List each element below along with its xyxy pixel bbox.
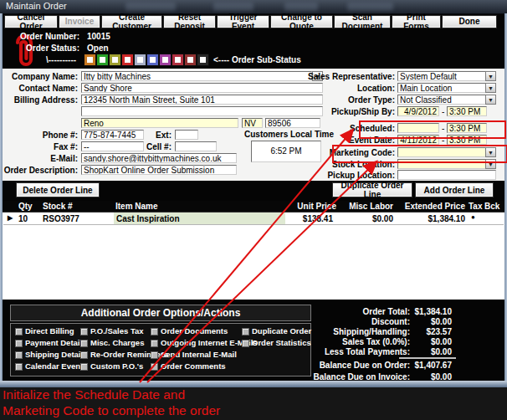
option-label[interactable]: Direct Billing (25, 326, 74, 335)
option-label[interactable]: Order Comments (161, 361, 226, 371)
option-label[interactable]: P.O./Sales Tax (90, 326, 144, 335)
checkbox-misc-charges[interactable] (80, 340, 88, 347)
scan-document-button[interactable]: Scan Document (335, 16, 390, 28)
cell-misc-labor[interactable]: $0.00 (341, 214, 393, 223)
checkbox-payment-details[interactable] (15, 340, 23, 347)
less-total-payments-value: $0.00 (414, 347, 452, 356)
trigger-event-button[interactable]: Trigger Event (218, 16, 269, 28)
checkbox-order-statistics[interactable] (242, 340, 249, 347)
annotation-line2: Marketing Code to complete the order (3, 403, 220, 418)
checkbox-send-internal-email[interactable] (151, 351, 158, 359)
order-info-panel: Order Number: 10015 Order Status: Open \… (3, 28, 504, 69)
checkbox-custom-pos[interactable] (80, 363, 88, 371)
order-type-select[interactable]: Not Classified (397, 95, 496, 105)
marketing-code-highlight-box (332, 145, 507, 163)
checkbox-direct-billing[interactable] (15, 328, 23, 335)
pickup-date-input[interactable]: 4/9/2012 (397, 106, 439, 116)
pickup-time-input[interactable]: 3:30 PM (447, 106, 487, 116)
sales-rep-dropdown-arrow-icon[interactable]: ▼ (485, 71, 496, 81)
cell-item-name[interactable]: Cast Inspiration (116, 214, 180, 223)
shipping-handling-value: $23.57 (414, 327, 452, 336)
billing-address-label: Billing Address: (0, 95, 78, 105)
cell-extended-price[interactable]: $1,384.10 (402, 214, 465, 223)
create-customer-button[interactable]: Create Customer (102, 16, 161, 28)
reset-deposit-button[interactable]: Reset Deposit (164, 16, 215, 28)
substatus-swatch[interactable] (185, 54, 196, 65)
order-status-value: Open (87, 44, 109, 53)
substatus-swatch[interactable] (110, 54, 120, 65)
substatus-swatch[interactable] (97, 54, 108, 65)
checkbox-reorder-reminders[interactable] (80, 351, 88, 359)
checkbox-outgoing-emails[interactable] (151, 340, 158, 347)
checkbox-calendar-event[interactable] (15, 363, 23, 371)
checkbox-shipping-details[interactable] (15, 351, 23, 359)
duplicate-order-line-button[interactable]: Duplicate Order Line (333, 183, 412, 197)
contact-name-input[interactable]: Sandy Shore (81, 83, 323, 93)
cell-label: Cell #: (125, 142, 172, 151)
substatus-swatch[interactable] (160, 54, 171, 65)
checkbox-order-comments[interactable] (151, 363, 158, 371)
order-total-label: Order Total: (293, 307, 410, 316)
change-to-quote-button[interactable]: Change to Quote (271, 16, 332, 28)
row-selector-icon: ▶ (8, 214, 13, 222)
substatus-swatch[interactable] (172, 54, 183, 65)
option-label[interactable]: Misc. Charges (90, 338, 144, 347)
option-label[interactable]: Order Documents (161, 326, 228, 335)
blurred-menu-item (284, 3, 318, 11)
delete-order-line-button[interactable]: Delete Order Line (17, 183, 99, 197)
invoice-button: Invoice (59, 16, 100, 28)
option-label[interactable]: Payment Details (25, 338, 86, 347)
checkbox-po-sales-tax[interactable] (80, 328, 88, 335)
billing-address1-input[interactable]: 12345 North Main Street, Suite 101 (81, 95, 323, 105)
company-name-input[interactable]: Itty bitty Machines (81, 71, 312, 81)
order-type-dropdown-arrow-icon[interactable]: ▼ (485, 95, 496, 105)
phone-label: Phone #: (0, 131, 78, 140)
balance-due-order-label: Balance Due on Order: (284, 361, 410, 370)
cancel-order-button[interactable]: Cancel Order (5, 16, 57, 28)
options-header-bar: Additional Order Options/Actions (10, 305, 311, 321)
contact-name-label: Contact Name: (0, 84, 78, 93)
email-input[interactable]: sandy.shore@ittybittymachines.co.uk (81, 153, 237, 163)
billing-address2-input[interactable] (81, 106, 323, 116)
cell-stock[interactable]: RSO3977 (43, 214, 79, 223)
sales-rep-select[interactable]: System Default (397, 71, 496, 81)
order-description-label: Order Description: (0, 166, 78, 175)
print-forms-button[interactable]: Print Forms (392, 16, 440, 28)
cell-qty[interactable]: 10 (18, 214, 28, 223)
substatus-swatch[interactable] (147, 54, 158, 65)
option-label[interactable]: Calendar Event (25, 361, 83, 371)
cell-input[interactable] (175, 141, 217, 151)
ext-label: Ext: (125, 131, 172, 140)
location-select[interactable]: Main Location (397, 83, 496, 93)
substatus-swatch[interactable] (122, 54, 133, 65)
balance-due-order-value: $1,407.67 (414, 361, 452, 370)
state-input[interactable]: NV (242, 118, 263, 128)
ext-input[interactable] (175, 130, 198, 140)
company-name-label: Company Name: (0, 72, 78, 81)
option-label[interactable]: Shipping Details (25, 350, 87, 359)
checkbox-duplicate-order[interactable] (242, 328, 249, 335)
substatus-swatch[interactable] (197, 54, 208, 65)
substatus-swatch[interactable] (84, 54, 95, 65)
cell-unit-price[interactable]: $138.41 (281, 214, 333, 223)
substatus-swatch[interactable] (135, 54, 146, 65)
sales-tax-value: $0.00 (414, 337, 452, 346)
location-dropdown-arrow-icon[interactable]: ▼ (485, 83, 496, 93)
substatus-note: <---- Order Sub-Status (213, 55, 301, 64)
scheduled-highlight-box (359, 120, 506, 139)
order-status-label: Order Status: (26, 44, 79, 53)
city-input[interactable]: Reno (81, 118, 238, 128)
pickup-location-input[interactable] (397, 170, 496, 180)
done-button[interactable]: Done (443, 16, 496, 28)
order-description-input[interactable]: ShopKart Online Order Submission (81, 165, 237, 175)
checkbox-order-documents[interactable] (151, 328, 158, 335)
cell-tax-dot[interactable]: ● (471, 213, 475, 221)
option-label[interactable]: Custom P.O.'s (90, 361, 143, 371)
pickup-ship-by-label: Pickup/Ship By: (294, 107, 395, 116)
pickup-location-label: Pickup Location: (294, 171, 395, 180)
col-misc-labor: Misc Labor (341, 202, 393, 211)
option-label[interactable]: Send Internal E-Mail (161, 350, 237, 359)
add-order-line-button[interactable]: Add Order Line (416, 183, 493, 197)
order-number-label: Order Number: (20, 32, 79, 41)
fax-label: Fax #: (0, 142, 78, 151)
